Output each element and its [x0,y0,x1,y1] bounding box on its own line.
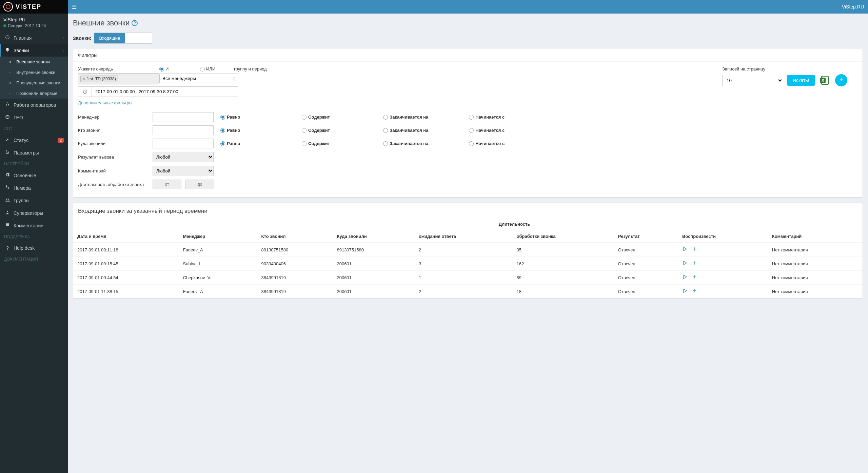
per-page-label: Записей на страницу [722,66,858,71]
duration-from-input[interactable] [153,180,181,189]
adv-manager-input[interactable] [153,112,214,122]
opt-endswith[interactable]: Заканчивается на [383,128,428,133]
nav-calls[interactable]: Звонки ‹ [0,44,68,57]
play-icon[interactable] [682,288,688,295]
svg-point-6 [8,199,9,200]
queue-input[interactable]: × first_TD (39338) [78,74,159,84]
nav-operators[interactable]: Работа операторов [0,99,68,111]
opt-startswith[interactable]: Начинается с [469,128,510,133]
nav-comments[interactable]: Комментарии [0,219,68,232]
radio-or[interactable] [200,67,205,71]
duration-to-input[interactable] [185,180,214,189]
opt-contains[interactable]: Содержит [302,141,342,146]
filter-or[interactable]: ИЛИ [200,66,234,71]
cell-callee: 89130751580 [333,243,415,257]
filters-title: Фильтры [73,49,863,62]
sliders-icon [4,150,11,156]
adv-callee-input[interactable] [153,139,214,148]
opt-contains[interactable]: Содержит [302,115,342,120]
cell-result: Отвечен [614,285,678,299]
th-caller[interactable]: Кто звонил [257,218,333,243]
opt-endswith[interactable]: Заканчивается на [383,141,428,146]
cell-caller: 89130751580 [257,243,333,257]
cell-handle: 162 [512,257,614,271]
cell-wait: 3 [415,257,512,271]
svg-point-4 [7,153,7,153]
radio-and[interactable] [159,67,164,71]
manager-select[interactable]: Все менеджеры [159,74,238,83]
nav-params[interactable]: Параметры [0,146,68,159]
subnav-missed-calls[interactable]: ○ Пропущенные звонки [0,78,68,88]
adv-label-result: Результат вызова [78,155,146,160]
adv-result-select[interactable]: Любой [153,152,214,162]
calls-label: Звонки: [73,36,91,41]
adv-label-comment: Комментарий [78,168,146,173]
play-icon[interactable] [682,274,688,281]
user-name: ViStep.RU [3,17,64,22]
th-datetime[interactable]: Дата и время [73,218,179,243]
cell-caller: 3843991819 [257,285,333,299]
bell-icon [4,47,11,53]
plus-icon[interactable] [692,288,697,295]
plus-icon[interactable] [692,274,697,281]
download-icon[interactable] [835,74,847,86]
nav-groups[interactable]: Группы [0,194,68,207]
search-button[interactable]: Искать! [787,75,815,86]
subnav-external-calls[interactable]: ○ Внешние звонки [0,57,68,67]
nav-helpdesk[interactable]: ? Help desk [0,242,68,254]
advanced-filters-toggle[interactable]: Дополнительные фильтры [78,100,132,105]
per-page-select[interactable]: 10 [722,75,783,86]
cell-comment: Нет комментария [768,271,863,285]
nav-geo[interactable]: ГЕО [0,111,68,124]
cell-comment: Нет комментария [768,243,863,257]
plus-icon[interactable] [692,246,697,253]
svg-marker-12 [684,247,687,251]
excel-export-icon[interactable]: X [819,74,831,86]
opt-startswith[interactable]: Начинается с [469,115,510,120]
content: Внешние звонки ? Звонки: Входящие Фильтр… [68,14,868,309]
opt-endswith[interactable]: Заканчивается на [383,115,428,120]
nav-label: Help desk [14,245,35,251]
adv-comment-select[interactable]: Любой [153,166,214,176]
cell-wait: 2 [415,243,512,257]
help-icon[interactable]: ? [132,20,138,26]
th-handle[interactable]: обработки звонка [512,230,614,243]
opt-equals[interactable]: Равно [220,115,261,120]
nav-label: ГЕО [14,115,23,120]
th-manager[interactable]: Менеджер [179,218,257,243]
cell-comment: Нет комментария [768,285,863,299]
cell-actions [678,243,768,257]
subnav-internal-calls[interactable]: ○ Внутренние звонки [0,67,68,78]
status-dot-icon [3,24,6,27]
gear-icon [4,172,11,178]
cell-handle: 18 [512,285,614,299]
th-result[interactable]: Результат [614,218,678,243]
play-icon[interactable] [682,260,688,267]
filter-and[interactable]: И [159,66,200,71]
tag-remove-icon[interactable]: × [83,77,85,81]
opt-contains[interactable]: Содержит [302,128,342,133]
svg-marker-13 [684,261,687,265]
menu-toggle-icon[interactable]: ☰ [72,4,77,10]
cell-actions [678,285,768,299]
daterange-input[interactable] [92,86,238,97]
opt-startswith[interactable]: Начинается с [469,141,510,146]
nav-home[interactable]: Главная ‹ [0,32,68,44]
nav-supervisors[interactable]: Супервизоры [0,207,68,219]
opt-equals[interactable]: Равно [220,141,261,146]
adv-caller-input[interactable] [153,125,214,135]
nav-settings-main[interactable]: Основные [0,169,68,182]
subnav-first-calls[interactable]: ○ Позвонили впервые [0,88,68,99]
logo-text: VISTEP [16,3,41,11]
th-wait[interactable]: ожидания ответа [415,230,512,243]
tab-outgoing[interactable] [125,33,152,43]
play-icon[interactable] [682,246,688,253]
cell-callee: 200601 [333,285,415,299]
nav-numbers[interactable]: Номера [0,182,68,194]
tab-incoming[interactable]: Входящие [94,33,125,43]
th-callee[interactable]: Куда звонили [333,218,415,243]
opt-equals[interactable]: Равно [220,128,261,133]
nav-status[interactable]: Статус 2 [0,134,68,146]
nav-label: Параметры [14,150,39,156]
plus-icon[interactable] [692,260,697,267]
